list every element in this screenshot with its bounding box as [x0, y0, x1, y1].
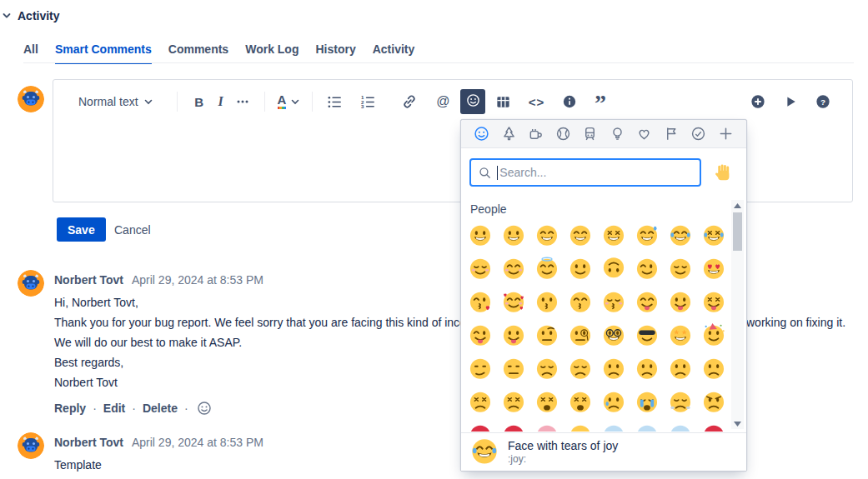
- emoji-item[interactable]: [597, 418, 630, 432]
- places-category-tab[interactable]: [582, 126, 598, 142]
- emoji-squinting-face-with-tongue[interactable]: [697, 285, 730, 318]
- bold-button[interactable]: B: [188, 89, 210, 114]
- emoji-loudly-crying-face[interactable]: [630, 385, 664, 418]
- emoji-search-input[interactable]: [499, 166, 692, 179]
- emoji-smiling-face-with-heart-eyes[interactable]: [697, 252, 730, 285]
- emoji-zany-face[interactable]: [497, 318, 530, 352]
- reply-link[interactable]: Reply: [54, 402, 86, 415]
- emoji-rolling-on-the-floor-laughing[interactable]: [697, 218, 730, 252]
- table-button[interactable]: [492, 89, 514, 114]
- emoji-upside-down-face[interactable]: [597, 252, 630, 285]
- emoji-face-with-tongue[interactable]: [664, 285, 697, 318]
- emoji-slightly-smiling-face[interactable]: [564, 252, 597, 285]
- emoji-button[interactable]: [460, 89, 485, 114]
- activity-category-tab[interactable]: [555, 126, 571, 142]
- emoji-kissing-face-with-smiling-eyes[interactable]: [564, 285, 597, 318]
- scrollbar-thumb[interactable]: [733, 212, 742, 251]
- emoji-face-with-raised-eyebrow[interactable]: [530, 318, 564, 352]
- add-button[interactable]: [747, 89, 769, 114]
- info-panel-button[interactable]: [559, 89, 580, 114]
- emoji-kissing-face-with-closed-eyes[interactable]: [597, 285, 630, 318]
- nature-category-tab[interactable]: [501, 126, 517, 142]
- emoji-nerd-face[interactable]: [597, 318, 630, 352]
- tab-all[interactable]: All: [23, 42, 38, 64]
- delete-link[interactable]: Delete: [143, 402, 178, 415]
- comment-author[interactable]: Norbert Tovt: [54, 273, 123, 287]
- emoji-partying-face[interactable]: [697, 318, 730, 352]
- scroll-up-icon[interactable]: [731, 200, 744, 211]
- people-category-tab[interactable]: [474, 126, 489, 142]
- emoji-angry-face[interactable]: [697, 385, 730, 418]
- bullet-list-button[interactable]: [324, 89, 345, 114]
- emoji-smirking-face[interactable]: [464, 352, 497, 385]
- emoji-smiling-face-with-sunglasses[interactable]: [630, 318, 664, 352]
- help-button[interactable]: ?: [812, 89, 834, 114]
- emoji-item[interactable]: [464, 418, 497, 432]
- emoji-star-struck[interactable]: [664, 318, 697, 352]
- objects-category-tab[interactable]: [610, 126, 625, 142]
- emoji-grinning-face-with-sweat[interactable]: [630, 218, 664, 252]
- emoji-winking-face[interactable]: [630, 252, 664, 285]
- emoji-grinning-squinting-face[interactable]: [597, 218, 630, 252]
- emoji-face-with-monocle[interactable]: [564, 318, 597, 352]
- emoji-persevering-face[interactable]: [464, 385, 497, 418]
- symbols-category-tab[interactable]: [636, 126, 652, 142]
- preview-button[interactable]: [780, 89, 801, 114]
- code-block-button[interactable]: <>: [525, 89, 547, 114]
- mention-button[interactable]: @: [432, 89, 454, 114]
- emoji-frowning-face[interactable]: [697, 352, 730, 385]
- link-button[interactable]: [399, 89, 420, 114]
- emoji-grinning-face-with-big-eyes[interactable]: [497, 218, 530, 252]
- emoji-face-savoring-food[interactable]: [630, 285, 664, 318]
- edit-link[interactable]: Edit: [103, 402, 125, 415]
- emoji-face-blowing-a-kiss[interactable]: [464, 285, 497, 318]
- emoji-slightly-frowning-face[interactable]: [664, 352, 697, 385]
- scroll-down-icon[interactable]: [731, 418, 744, 429]
- emoji-grinning-face-with-smiling-eyes[interactable]: [530, 218, 564, 252]
- emoji-relieved-face[interactable]: [664, 252, 697, 285]
- emoji-item[interactable]: [564, 418, 597, 432]
- emoji-scrollbar[interactable]: [731, 200, 744, 429]
- emoji-beaming-face-with-smiling-eyes[interactable]: [564, 218, 597, 252]
- emoji-item[interactable]: [497, 418, 530, 432]
- emoji-unamused-face[interactable]: [497, 352, 530, 385]
- emoji-item[interactable]: [630, 418, 664, 432]
- emoji-face-with-tears-of-joy[interactable]: [664, 218, 697, 252]
- foods-category-tab[interactable]: [528, 126, 544, 142]
- productivity-category-tab[interactable]: [690, 126, 706, 142]
- quote-button[interactable]: ”: [592, 89, 614, 114]
- tab-comments[interactable]: Comments: [168, 42, 228, 64]
- comment-author[interactable]: Norbert Tovt: [54, 436, 123, 449]
- emoji-weary-face[interactable]: [564, 385, 597, 418]
- emoji-smiling-face-with-halo[interactable]: [530, 252, 564, 285]
- tab-smart-comments[interactable]: Smart Comments: [55, 42, 152, 64]
- emoji-confused-face[interactable]: [630, 352, 664, 385]
- emoji-item[interactable]: [664, 418, 697, 432]
- numbered-list-button[interactable]: 123: [357, 89, 379, 114]
- emoji-search-field[interactable]: [469, 158, 701, 187]
- emoji-disappointed-face[interactable]: [530, 352, 564, 385]
- add-custom-category-tab[interactable]: [718, 126, 734, 142]
- tab-activity[interactable]: Activity: [373, 42, 415, 64]
- italic-button[interactable]: I: [210, 89, 232, 114]
- scrollbar-track[interactable]: [731, 211, 744, 418]
- emoji-pensive-face[interactable]: [564, 352, 597, 385]
- flags-category-tab[interactable]: [664, 126, 680, 142]
- cancel-button[interactable]: Cancel: [114, 217, 151, 242]
- emoji-smiling-face[interactable]: [464, 252, 497, 285]
- emoji-kissing-face[interactable]: [530, 285, 564, 318]
- collapse-chevron-icon[interactable]: [2, 11, 12, 21]
- tab-history[interactable]: History: [315, 42, 355, 64]
- emoji-item[interactable]: [530, 418, 564, 432]
- text-color-button[interactable]: A: [278, 94, 300, 109]
- add-reaction-icon[interactable]: [197, 401, 212, 416]
- emoji-face-with-steam-from-nose[interactable]: [664, 385, 697, 418]
- emoji-smiling-face-with-hearts[interactable]: [497, 285, 530, 318]
- emoji-winking-face-with-tongue[interactable]: [464, 318, 497, 352]
- emoji-worried-face[interactable]: [597, 352, 630, 385]
- save-button[interactable]: Save: [57, 217, 106, 242]
- emoji-tired-face[interactable]: [530, 385, 564, 418]
- emoji-grinning-face[interactable]: [464, 218, 497, 252]
- emoji-item[interactable]: [697, 418, 730, 432]
- block-style-dropdown[interactable]: Normal text: [78, 95, 153, 108]
